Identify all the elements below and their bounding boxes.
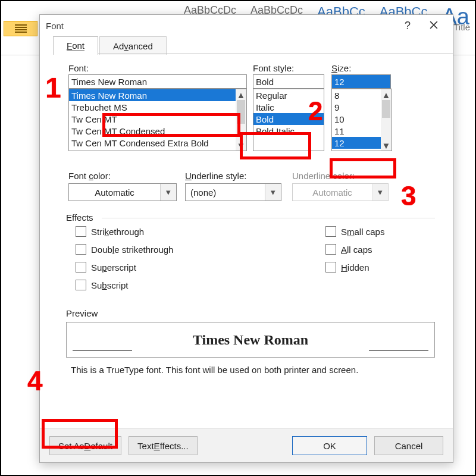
tab-advanced[interactable]: Advanced xyxy=(99,36,167,55)
chevron-down-icon: ▾ xyxy=(160,184,176,201)
preview-description: This is a TrueType font. This font will … xyxy=(71,365,435,375)
ribbon-title-label: Title xyxy=(453,22,470,32)
text-effects-button[interactable]: Text Effects... xyxy=(129,436,198,455)
chevron-down-icon: ▾ xyxy=(265,184,281,201)
font-list-item[interactable]: Tw Cen MT Condensed Extra Bold xyxy=(69,137,246,149)
size-input[interactable]: 12 xyxy=(331,74,391,89)
scroll-down-icon[interactable]: ▼ xyxy=(381,140,392,151)
annotation-ring-1 xyxy=(102,113,240,137)
chevron-down-icon: ▾ xyxy=(372,184,388,201)
size-list-scrollbar[interactable]: ▲ ▼ xyxy=(381,89,392,151)
preview-sample-text: Times New Roman xyxy=(193,332,308,348)
font-label: Font: xyxy=(68,63,247,73)
help-button[interactable]: ? xyxy=(394,17,421,35)
preview-section-title: Preview xyxy=(66,308,435,318)
font-list-item[interactable]: Trebuchet MS xyxy=(69,101,246,113)
annotation-ring-3a xyxy=(330,158,396,178)
font-style-label: Font style: xyxy=(253,63,324,73)
superscript-checkbox[interactable]: Superscript xyxy=(76,262,325,273)
dialog-title: Font xyxy=(46,21,64,31)
hidden-checkbox[interactable]: Hidden xyxy=(325,262,433,273)
font-input[interactable]: Times New Roman xyxy=(68,74,247,89)
tab-font[interactable]: Font xyxy=(53,36,98,55)
font-list-item[interactable]: Times New Roman xyxy=(69,89,246,101)
size-label: Size: xyxy=(331,63,391,73)
annotation-ring-4 xyxy=(42,419,118,449)
annotation-number-3: 3 xyxy=(401,180,416,212)
underline-color-dropdown: Automatic ▾ xyxy=(292,183,389,201)
preview-box: Times New Roman xyxy=(66,322,435,358)
font-color-dropdown[interactable]: Automatic ▾ xyxy=(68,183,177,201)
underline-style-dropdown[interactable]: (none) ▾ xyxy=(185,183,281,201)
font-style-input[interactable]: Bold xyxy=(253,74,324,89)
small-caps-checkbox[interactable]: Small caps xyxy=(325,226,433,237)
subscript-checkbox[interactable]: Subscript xyxy=(76,280,325,290)
all-caps-checkbox[interactable]: All caps xyxy=(325,244,433,255)
close-button[interactable] xyxy=(421,17,447,35)
annotation-number-4: 4 xyxy=(27,365,43,397)
size-listbox[interactable]: 8 9 10 11 12 ▲ ▼ xyxy=(331,89,392,151)
strikethrough-checkbox[interactable]: Strikethrough xyxy=(76,226,325,237)
cancel-button[interactable]: Cancel xyxy=(374,436,443,455)
font-color-label: Font color: xyxy=(68,171,181,181)
font-dialog: Font ? Font Advanced Font: T xyxy=(39,14,453,463)
scroll-up-icon[interactable]: ▲ xyxy=(381,89,392,100)
scroll-up-icon[interactable]: ▲ xyxy=(236,89,246,100)
dialog-tabs: Font Advanced xyxy=(53,36,453,54)
ok-button[interactable]: OK xyxy=(292,436,367,455)
annotation-ring-2 xyxy=(240,132,311,159)
underline-style-label: Underline style: xyxy=(185,171,286,181)
effects-section-title: Effects xyxy=(66,212,435,223)
align-justify-button[interactable] xyxy=(4,21,37,36)
close-icon xyxy=(430,20,438,32)
double-strikethrough-checkbox[interactable]: Double strikethrough xyxy=(76,244,325,255)
annotation-number-2: 2 xyxy=(308,96,322,126)
annotation-number-1: 1 xyxy=(45,71,61,104)
dialog-titlebar: Font ? xyxy=(40,15,453,36)
